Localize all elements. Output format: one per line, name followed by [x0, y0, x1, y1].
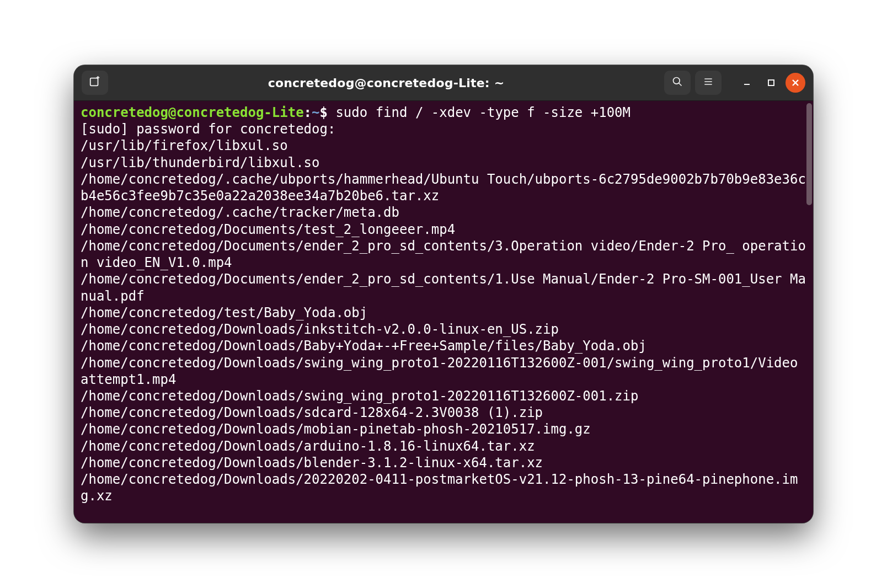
- minimize-icon: [742, 78, 751, 87]
- close-icon: [792, 79, 799, 87]
- output-line: /home/concretedog/Downloads/inkstitch-v2…: [81, 322, 559, 337]
- prompt-sep1: :: [304, 105, 312, 120]
- svg-point-3: [674, 78, 680, 84]
- output-line: /home/concretedog/Downloads/sdcard-128x6…: [81, 405, 543, 420]
- svg-rect-0: [90, 78, 98, 86]
- output-line: [sudo] password for concretedog:: [81, 121, 335, 137]
- output-line: /usr/lib/firefox/libxul.so: [81, 138, 288, 153]
- output-line: /home/concretedog/Downloads/Baby+Yoda+-+…: [81, 338, 646, 354]
- maximize-button[interactable]: [761, 73, 781, 93]
- output-line: /home/concretedog/Downloads/swing_wing_p…: [81, 355, 806, 387]
- maximize-icon: [767, 79, 775, 87]
- search-button[interactable]: [664, 71, 691, 95]
- output-line: /home/concretedog/Downloads/mobian-pinet…: [81, 421, 591, 437]
- scrollbar-thumb[interactable]: [806, 103, 812, 205]
- hamburger-icon: [703, 76, 714, 89]
- svg-line-4: [679, 83, 682, 86]
- output-line: /home/concretedog/Downloads/swing_wing_p…: [81, 388, 638, 404]
- titlebar: concretedog@concretedog-Lite: ~: [74, 65, 813, 101]
- close-button[interactable]: [786, 73, 805, 93]
- command-text: sudo find / -xdev -type f -size +100M: [335, 105, 630, 120]
- new-tab-button[interactable]: [82, 71, 108, 95]
- new-tab-icon: [89, 76, 101, 90]
- output-line: /home/concretedog/Downloads/20220202-041…: [81, 472, 798, 504]
- output-line: /home/concretedog/Downloads/blender-3.1.…: [81, 455, 543, 471]
- menu-button[interactable]: [695, 71, 722, 95]
- window-title: concretedog@concretedog-Lite: ~: [113, 76, 660, 90]
- terminal-content: concretedog@concretedog-Lite:~$ sudo fin…: [81, 104, 806, 505]
- output-line: /home/concretedog/Documents/ender_2_pro_…: [81, 271, 806, 303]
- output-line: /home/concretedog/.cache/tracker/meta.db: [81, 205, 399, 220]
- output-line: /home/concretedog/Documents/ender_2_pro_…: [81, 238, 806, 270]
- prompt-user-host: concretedog@concretedog-Lite: [81, 105, 304, 120]
- terminal-window: concretedog@concretedog-Lite: ~: [74, 65, 813, 523]
- prompt-path: ~: [312, 105, 319, 120]
- output-line: /usr/lib/thunderbird/libxul.so: [81, 155, 319, 170]
- terminal-body[interactable]: concretedog@concretedog-Lite:~$ sudo fin…: [74, 101, 813, 523]
- scrollbar[interactable]: [805, 101, 813, 523]
- output-line: /home/concretedog/.cache/ubports/hammerh…: [81, 172, 806, 204]
- search-icon: [672, 76, 683, 89]
- output-line: /home/concretedog/test/Baby_Yoda.obj: [81, 305, 367, 320]
- prompt-sep2: $: [319, 105, 327, 120]
- svg-rect-9: [768, 80, 774, 85]
- output-line: /home/concretedog/Documents/test_2_longe…: [81, 222, 455, 237]
- output-line: /home/concretedog/Downloads/arduino-1.8.…: [81, 439, 535, 454]
- minimize-button[interactable]: [737, 73, 757, 93]
